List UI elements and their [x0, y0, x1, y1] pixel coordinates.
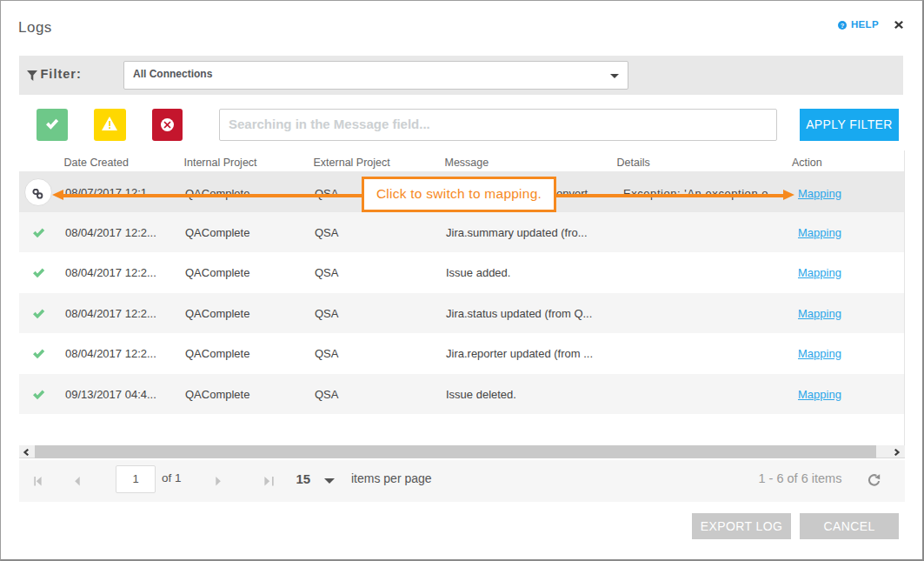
svg-text:?: ? — [841, 22, 845, 30]
